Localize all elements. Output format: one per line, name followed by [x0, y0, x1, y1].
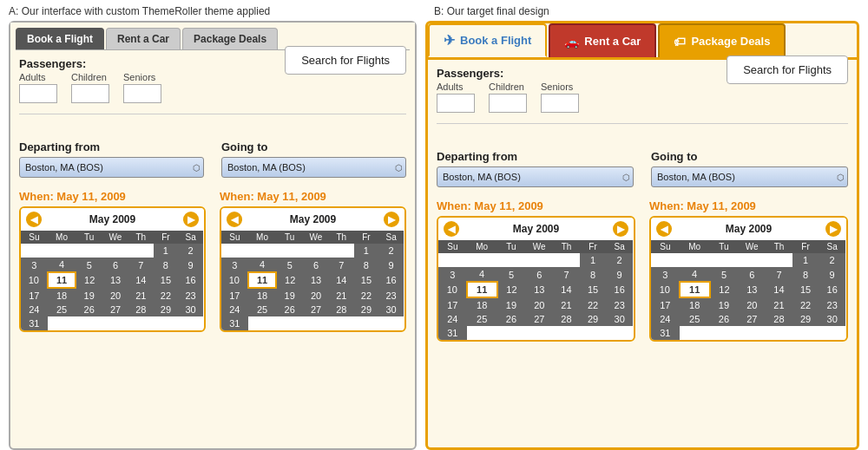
tab-a-rent-car[interactable]: Rent a Car [106, 28, 181, 49]
cal-day-7[interactable]: 7 [128, 258, 154, 272]
cal-day-6[interactable]: 6 [102, 258, 128, 272]
cal-day-26[interactable]: 26 [497, 312, 526, 326]
cal-day-3[interactable]: 3 [438, 267, 467, 282]
cal-day-26[interactable]: 26 [710, 312, 739, 326]
cal-day-31[interactable]: 31 [21, 316, 48, 330]
cal-day-3[interactable]: 3 [651, 267, 680, 282]
cal-day-9[interactable]: 9 [178, 258, 203, 272]
tab-a-package-deals[interactable]: Package Deals [182, 28, 278, 49]
cal-day-16[interactable]: 16 [819, 282, 845, 297]
cal-day-16[interactable]: 16 [178, 272, 203, 288]
cal-day-7[interactable]: 7 [329, 258, 354, 272]
cal-day-22[interactable]: 22 [580, 297, 607, 312]
cal-day-21[interactable]: 21 [553, 297, 580, 312]
cal-day-17[interactable]: 17 [651, 297, 680, 312]
cal-day-8[interactable]: 8 [580, 267, 607, 282]
cal-day-21[interactable]: 21 [329, 288, 354, 303]
cal-prev-a2[interactable]: ◀ [227, 212, 242, 227]
cal-day-4[interactable]: 4 [48, 258, 76, 272]
cal-prev-b1[interactable]: ◀ [444, 221, 459, 237]
cal-day-13[interactable]: 13 [102, 272, 128, 288]
cal-day-11[interactable]: 11 [467, 282, 497, 297]
cal-day-20[interactable]: 20 [525, 297, 553, 312]
cal-day-1[interactable]: 1 [580, 253, 607, 267]
cal-day-19[interactable]: 19 [276, 288, 303, 303]
cal-day-4[interactable]: 4 [467, 267, 497, 282]
cal-day-25[interactable]: 25 [248, 303, 277, 316]
cal-day-30[interactable]: 30 [606, 312, 633, 326]
tab-b-package-deals[interactable]: 🏷 Package Deals [658, 23, 786, 57]
cal-day-20[interactable]: 20 [102, 288, 128, 303]
cal-day-24[interactable]: 24 [438, 312, 467, 326]
cal-day-25[interactable]: 25 [467, 312, 497, 326]
tab-a-book-flight[interactable]: Book a Flight [16, 28, 104, 49]
cal-day-16[interactable]: 16 [378, 272, 404, 288]
cal-day-23[interactable]: 23 [378, 288, 404, 303]
cal-day-31[interactable]: 31 [438, 326, 467, 340]
cal-day-24[interactable]: 24 [21, 303, 48, 316]
cal-next-b1[interactable]: ▶ [613, 221, 628, 237]
cal-day-15[interactable]: 15 [154, 272, 179, 288]
cal-day-18[interactable]: 18 [248, 288, 277, 303]
cal-day-12[interactable]: 12 [276, 272, 303, 288]
cal-day-18[interactable]: 18 [467, 297, 497, 312]
cal-day-8[interactable]: 8 [354, 258, 379, 272]
cal-day-30[interactable]: 30 [178, 303, 203, 316]
cal-day-2[interactable]: 2 [378, 244, 404, 258]
cal-day-5[interactable]: 5 [76, 258, 102, 272]
cal-day-8[interactable]: 8 [792, 267, 819, 282]
cal-day-12[interactable]: 12 [710, 282, 739, 297]
cal-day-23[interactable]: 23 [819, 297, 845, 312]
depart-select-a[interactable]: Boston, MA (BOS) [19, 157, 204, 178]
cal-day-17[interactable]: 17 [438, 297, 467, 312]
cal-day-6[interactable]: 6 [738, 267, 766, 282]
cal-day-29[interactable]: 29 [580, 312, 607, 326]
cal-day-15[interactable]: 15 [354, 272, 379, 288]
cal-day-9[interactable]: 9 [606, 267, 633, 282]
cal-day-29[interactable]: 29 [354, 303, 379, 316]
cal-day-2[interactable]: 2 [819, 253, 845, 267]
cal-day-27[interactable]: 27 [303, 303, 329, 316]
cal-day-28[interactable]: 28 [766, 312, 792, 326]
cal-day-19[interactable]: 19 [497, 297, 526, 312]
cal-day-22[interactable]: 22 [354, 288, 379, 303]
cal-day-1[interactable]: 1 [354, 244, 379, 258]
adults-input-a[interactable] [19, 84, 57, 103]
cal-day-4[interactable]: 4 [680, 267, 710, 282]
cal-day-21[interactable]: 21 [128, 288, 154, 303]
cal-day-2[interactable]: 2 [606, 253, 633, 267]
cal-next-b2[interactable]: ▶ [825, 221, 841, 237]
cal-day-24[interactable]: 24 [221, 303, 248, 316]
children-input-a[interactable] [71, 84, 109, 103]
cal-day-10[interactable]: 10 [651, 282, 680, 297]
cal-day-20[interactable]: 20 [738, 297, 766, 312]
adults-input-b[interactable] [437, 94, 475, 113]
cal-day-11[interactable]: 11 [680, 282, 710, 297]
depart-select-b[interactable]: Boston, MA (BOS) [437, 166, 634, 187]
cal-day-28[interactable]: 28 [128, 303, 154, 316]
cal-day-12[interactable]: 12 [497, 282, 526, 297]
seniors-input-a[interactable] [123, 84, 161, 103]
cal-day-29[interactable]: 29 [792, 312, 819, 326]
cal-day-22[interactable]: 22 [792, 297, 819, 312]
cal-day-1[interactable]: 1 [154, 244, 179, 258]
search-btn-a[interactable]: Search for Flights [285, 46, 406, 75]
cal-day-3[interactable]: 3 [21, 258, 48, 272]
cal-day-2[interactable]: 2 [178, 244, 203, 258]
cal-day-17[interactable]: 17 [21, 288, 48, 303]
cal-day-19[interactable]: 19 [76, 288, 102, 303]
cal-day-22[interactable]: 22 [154, 288, 179, 303]
cal-day-23[interactable]: 23 [178, 288, 203, 303]
cal-day-11[interactable]: 11 [248, 272, 277, 288]
cal-day-17[interactable]: 17 [221, 288, 248, 303]
going-select-b[interactable]: Boston, MA (BOS) [651, 166, 848, 187]
cal-day-26[interactable]: 26 [276, 303, 303, 316]
cal-day-14[interactable]: 14 [329, 272, 354, 288]
cal-day-27[interactable]: 27 [102, 303, 128, 316]
cal-day-6[interactable]: 6 [525, 267, 553, 282]
tab-b-book-flight[interactable]: ✈ Book a Flight [428, 23, 547, 57]
cal-day-25[interactable]: 25 [680, 312, 710, 326]
cal-day-29[interactable]: 29 [154, 303, 179, 316]
cal-day-15[interactable]: 15 [792, 282, 819, 297]
cal-day-13[interactable]: 13 [525, 282, 553, 297]
